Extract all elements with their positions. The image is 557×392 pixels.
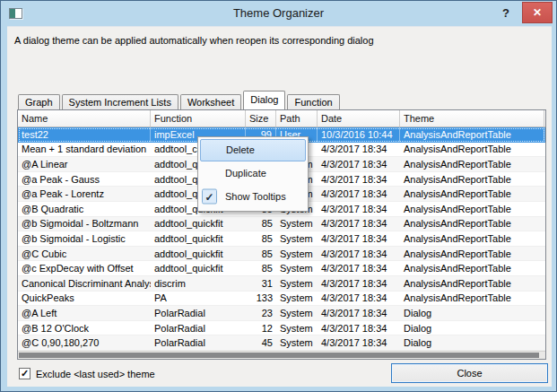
cell-function: PA xyxy=(151,292,246,306)
description-text: A dialog theme can be applied automatica… xyxy=(14,35,374,46)
checkmark-icon: ✓ xyxy=(21,369,29,379)
cell-name: @C Cubic xyxy=(18,247,151,261)
cell-name: @a Peak - Lorentz xyxy=(18,187,151,201)
cell-date: 4/3/2017 18:34 xyxy=(318,261,400,275)
column-header-function[interactable]: Function xyxy=(151,110,246,126)
cell-name: QuickPeaks xyxy=(18,292,151,306)
cell-date: 4/3/2017 18:34 xyxy=(318,335,400,350)
cell-name: Canonical Discriminant Analysis xyxy=(18,276,151,291)
table-row[interactable]: @c ExpDecay with Offsetaddtool_quickfit8… xyxy=(18,261,545,276)
cell-function: PolarRadial xyxy=(151,306,246,320)
title-bar: Theme Organizer ? ✕ xyxy=(1,1,556,26)
close-icon: ✕ xyxy=(533,6,542,19)
close-button[interactable]: Close xyxy=(391,363,548,383)
column-header-size[interactable]: Size xyxy=(246,110,276,126)
menu-item-duplicate[interactable]: Duplicate xyxy=(198,161,308,185)
cell-theme: AnalysisAndReportTable xyxy=(400,127,544,142)
cell-path: System xyxy=(276,306,318,320)
cell-size: 85 xyxy=(246,247,276,261)
table-row[interactable]: @C Cubicaddtool_quickfit85System4/3/2017… xyxy=(18,247,545,262)
cell-theme: AnalysisAndReportTable xyxy=(400,157,544,171)
checkmark-icon: ✓ xyxy=(202,189,217,205)
menu-item-label: Duplicate xyxy=(225,168,266,179)
list-header: NameFunctionSizePathDateTheme xyxy=(18,110,545,127)
scrollbar-thumb[interactable] xyxy=(19,353,539,358)
tab-function[interactable]: Function xyxy=(287,94,339,109)
cell-path: System xyxy=(276,247,318,261)
window-close-button[interactable]: ✕ xyxy=(522,2,553,23)
column-header-path[interactable]: Path xyxy=(276,110,318,126)
dialog-body: A dialog theme can be applied automatica… xyxy=(7,26,552,387)
cell-theme: AnalysisAndReportTable xyxy=(400,202,544,216)
cell-path: System xyxy=(276,292,318,306)
cell-date: 4/3/2017 18:34 xyxy=(318,217,400,231)
cell-date: 4/3/2017 18:34 xyxy=(318,157,400,171)
cell-size: 85 xyxy=(246,231,276,246)
cell-name: @b Sigmoidal - Logistic xyxy=(18,231,151,246)
cell-theme: AnalysisAndReportTable xyxy=(400,261,544,275)
column-header-date[interactable]: Date xyxy=(318,110,400,126)
cell-date: 4/3/2017 18:34 xyxy=(318,276,400,291)
cell-size: 31 xyxy=(246,276,276,291)
column-header-name[interactable]: Name xyxy=(18,110,151,126)
tab-bar: GraphSystem Increment ListsWorksheetDial… xyxy=(18,91,342,109)
cell-size: 12 xyxy=(246,321,276,335)
cell-function: discrim xyxy=(151,276,246,291)
cell-name: @a Peak - Gauss xyxy=(18,172,151,187)
horizontal-scrollbar[interactable] xyxy=(18,351,545,359)
menu-item-delete[interactable]: Delete xyxy=(200,139,306,161)
cell-theme: AnalysisAndReportTable xyxy=(400,247,544,261)
cell-name: @A Linear xyxy=(18,157,151,171)
tab-worksheet[interactable]: Worksheet xyxy=(180,94,241,109)
cell-date: 4/3/2017 18:34 xyxy=(318,231,400,246)
cell-size: 85 xyxy=(246,217,276,231)
cell-function: PolarRadial xyxy=(151,335,246,350)
cell-name: @C 0,90,180,270 xyxy=(18,335,151,350)
cell-name: @B 12 O'Clock xyxy=(18,321,151,335)
cell-function: addtool_quickfit xyxy=(151,217,246,231)
exclude-last-used-checkbox[interactable]: ✓ Exclude <last used> theme xyxy=(19,368,155,379)
table-row[interactable]: @b Sigmoidal - Logisticaddtool_quickfit8… xyxy=(18,231,545,247)
table-row[interactable]: @B 12 O'ClockPolarRadial12System4/3/2017… xyxy=(18,321,545,336)
cell-name: @B Quadratic xyxy=(18,202,151,216)
table-row[interactable]: @A LeftPolarRadial23System4/3/2017 18:34… xyxy=(18,306,545,321)
cell-function: PolarRadial xyxy=(151,321,246,335)
cell-path: System xyxy=(276,335,318,350)
cell-date: 4/3/2017 18:34 xyxy=(318,321,400,335)
cell-path: System xyxy=(276,276,318,291)
menu-item-show-tooltips[interactable]: ✓Show Tooltips xyxy=(198,185,308,208)
theme-organizer-window: Theme Organizer ? ✕ A dialog theme can b… xyxy=(0,0,557,392)
cell-date: 10/3/2016 10:44 xyxy=(318,127,400,142)
cell-theme: Dialog xyxy=(400,321,544,335)
cell-function: addtool_quickfit xyxy=(151,231,246,246)
cell-theme: AnalysisAndReportTable xyxy=(400,292,544,306)
table-row[interactable]: @b Sigmoidal - Boltzmannaddtool_quickfit… xyxy=(18,217,545,232)
cell-size: 133 xyxy=(246,292,276,306)
tab-graph[interactable]: Graph xyxy=(18,94,60,109)
checkbox-icon: ✓ xyxy=(19,368,30,379)
menu-item-label: Show Tooltips xyxy=(225,191,286,202)
cell-date: 4/3/2017 18:34 xyxy=(318,292,400,306)
cell-date: 4/3/2017 18:34 xyxy=(318,247,400,261)
column-header-theme[interactable]: Theme xyxy=(400,110,544,126)
cell-theme: AnalysisAndReportTable xyxy=(400,187,544,201)
cell-name: @b Sigmoidal - Boltzmann xyxy=(18,217,151,231)
help-button[interactable]: ? xyxy=(498,4,514,22)
cell-function: addtool_quickfit xyxy=(151,261,246,275)
cell-name: Mean + 1 standard deviation xyxy=(18,143,151,157)
table-row[interactable]: QuickPeaksPA133System4/3/2017 18:34Analy… xyxy=(18,292,545,307)
cell-name: @A Left xyxy=(18,306,151,320)
cell-theme: AnalysisAndReportTable xyxy=(400,172,544,187)
table-row[interactable]: @C 0,90,180,270PolarRadial45System4/3/20… xyxy=(18,335,545,351)
window-title: Theme Organizer xyxy=(1,1,556,26)
tab-dialog[interactable]: Dialog xyxy=(243,91,285,109)
tab-system-increment-lists[interactable]: System Increment Lists xyxy=(62,94,178,109)
cell-path: System xyxy=(276,231,318,246)
cell-size: 85 xyxy=(246,261,276,275)
cell-theme: AnalysisAndReportTable xyxy=(400,217,544,231)
cell-date: 4/3/2017 18:34 xyxy=(318,202,400,216)
menu-item-label: Delete xyxy=(226,144,255,155)
cell-date: 4/3/2017 18:34 xyxy=(318,143,400,157)
cell-theme: AnalysisAndReportTable xyxy=(400,231,544,246)
table-row[interactable]: Canonical Discriminant Analysisdiscrim31… xyxy=(18,276,545,292)
